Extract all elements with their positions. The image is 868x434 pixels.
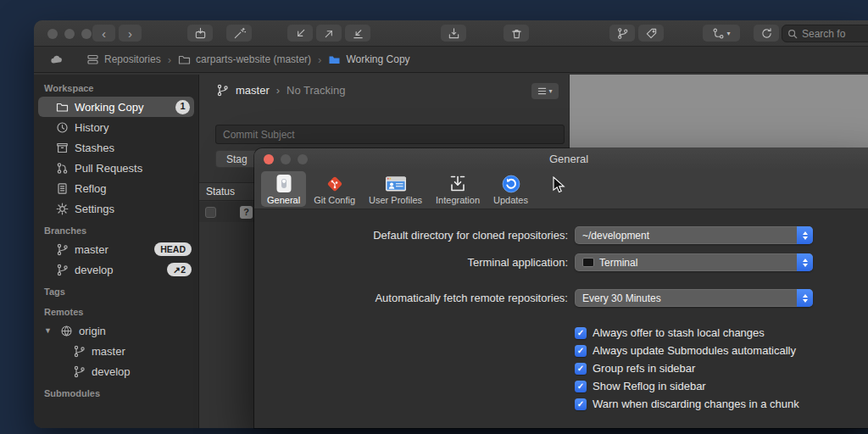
tab-label: General	[267, 195, 300, 205]
tab-label: Git Config	[314, 195, 355, 205]
sidebar-item-history[interactable]: History	[34, 117, 198, 137]
dialog-titlebar: General	[254, 148, 868, 170]
tab-label: User Profiles	[369, 195, 422, 205]
sidebar-item-settings[interactable]: Settings	[34, 198, 198, 219]
checkbox-checked-icon[interactable]: ✓	[575, 398, 587, 410]
tab-git-config[interactable]: Git Config	[308, 171, 361, 207]
git-logo-icon	[325, 174, 345, 194]
branch-icon	[73, 345, 86, 358]
sidebar-item-pull-requests[interactable]: Pull Requests	[34, 158, 198, 178]
commit-button[interactable]	[187, 25, 213, 42]
breadcrumb: Repositories › carparts-website (master)…	[34, 47, 868, 73]
fetch-interval-dropdown[interactable]: Every 30 Minutes	[575, 289, 813, 307]
sidebar-item-label: develop	[75, 264, 114, 276]
forward-button[interactable]: ›	[119, 25, 142, 42]
sidebar-item-remote-origin[interactable]: ▼ origin	[34, 320, 198, 341]
tag-button[interactable]	[638, 25, 664, 42]
breadcrumb-separator: ›	[168, 53, 171, 66]
breadcrumb-repository[interactable]: carparts-website (master)	[178, 53, 311, 66]
branch-icon	[56, 243, 69, 256]
search-input[interactable]	[802, 28, 868, 40]
tab-updates[interactable]: Updates	[487, 171, 534, 207]
checkbox-checked-icon[interactable]: ✓	[575, 363, 587, 375]
stash-button[interactable]	[441, 25, 466, 42]
sidebar-section-submodules: Submodules	[34, 381, 198, 402]
sidebar-item-branch-master[interactable]: master HEAD	[34, 239, 198, 259]
field-label: Automatically fetch remote repositories:	[254, 292, 568, 304]
sidebar-item-working-copy[interactable]: Working Copy 1	[38, 97, 194, 117]
chevron-down-icon: ▾	[726, 30, 730, 37]
tab-integration[interactable]: Integration	[430, 171, 486, 207]
ahead-badge: ↗2	[167, 263, 192, 276]
zoom-button[interactable]	[81, 29, 92, 39]
sidebar-item-label: master	[75, 243, 108, 256]
terminal-app-dropdown[interactable]: Terminal	[575, 253, 813, 271]
clone-directory-dropdown[interactable]: ~/development	[575, 226, 813, 244]
checkbox-checked-icon[interactable]: ✓	[575, 327, 587, 339]
sidebar-item-label: develop	[92, 365, 131, 378]
close-button[interactable]	[47, 29, 58, 39]
tab-general[interactable]: General	[261, 171, 306, 207]
cloud-icon[interactable]	[50, 53, 63, 66]
sidebar-item-label: Pull Requests	[75, 162, 142, 175]
current-branch-row: master › No Tracking	[199, 75, 569, 97]
status-header-label: Status	[206, 186, 235, 198]
sidebar-item-stashes[interactable]: Stashes	[34, 137, 198, 158]
chevron-down-icon: ▾	[548, 87, 552, 95]
trash-icon	[510, 27, 523, 40]
dropdown-stepper-icon	[797, 226, 813, 244]
minimize-button[interactable]	[64, 29, 75, 39]
sidebar-item-branch-develop[interactable]: develop ↗2	[34, 259, 198, 280]
refresh-icon	[760, 27, 773, 40]
stage-button[interactable]: Stag	[215, 150, 259, 168]
checkbox-row-warn-discard[interactable]: ✓ Warn when discarding changes in a chun…	[575, 395, 868, 413]
stage-button-label: Stag	[226, 153, 248, 165]
checkbox-row-group-refs[interactable]: ✓ Group refs in sidebar	[575, 359, 868, 377]
checkbox-checked-icon[interactable]: ✓	[575, 345, 587, 357]
checkbox-label: Always offer to stash local changes	[593, 326, 765, 339]
sidebar-item-reflog[interactable]: Reflog	[34, 178, 198, 198]
sidebar-item-label: Stashes	[75, 142, 114, 154]
toolbar-search[interactable]	[782, 25, 868, 42]
pull-request-icon	[56, 162, 69, 175]
branch-button[interactable]	[609, 25, 635, 42]
checkbox-label: Warn when discarding changes in a chunk	[593, 398, 799, 410]
branch-icon	[73, 365, 86, 378]
desktop-background: ‹ ›	[0, 0, 868, 434]
breadcrumb-repositories[interactable]: Repositories	[86, 53, 161, 66]
file-checkbox[interactable]	[205, 207, 216, 218]
git-flow-dropdown[interactable]: ▾	[703, 25, 740, 42]
stash-box-icon	[56, 142, 69, 154]
branch-icon	[216, 84, 229, 97]
user-profiles-icon	[385, 174, 407, 194]
checkbox-label: Show Reflog in sidebar	[593, 380, 706, 392]
view-options-button[interactable]: ▾	[531, 83, 559, 99]
untracked-status-icon: ?	[240, 206, 253, 219]
folder-icon	[56, 101, 69, 114]
refresh-button[interactable]	[754, 25, 779, 42]
checkbox-row-update-submodules[interactable]: ✓ Always update Submodules automatically	[575, 342, 868, 359]
disclosure-triangle-icon[interactable]: ▼	[44, 326, 54, 335]
push-button[interactable]	[316, 25, 342, 42]
checkbox-checked-icon[interactable]: ✓	[575, 381, 587, 392]
breadcrumb-working-copy[interactable]: Working Copy	[328, 53, 409, 66]
fetch-button[interactable]	[345, 25, 370, 42]
discard-button[interactable]	[504, 25, 529, 42]
tracking-status: No Tracking	[287, 84, 345, 97]
pull-button[interactable]	[287, 25, 313, 42]
tab-user-profiles[interactable]: User Profiles	[363, 171, 428, 207]
sidebar-item-origin-master[interactable]: master	[34, 341, 198, 361]
commit-subject-input[interactable]	[215, 125, 565, 144]
mouse-cursor-icon	[553, 176, 565, 194]
breadcrumb-label: Repositories	[104, 53, 161, 65]
checkbox-row-stash-local[interactable]: ✓ Always offer to stash local changes	[575, 324, 868, 342]
back-button[interactable]: ‹	[92, 25, 115, 42]
branch-separator: ›	[276, 84, 280, 97]
sidebar-item-origin-develop[interactable]: develop	[34, 361, 198, 381]
merge-tool-button[interactable]	[226, 25, 252, 42]
sidebar: Workspace Working Copy 1 History Stashes…	[34, 75, 199, 428]
dialog-close-button[interactable]	[264, 154, 274, 164]
sidebar-item-label: master	[92, 345, 125, 358]
tray-arrow-icon	[448, 27, 460, 40]
checkbox-row-show-reflog[interactable]: ✓ Show Reflog in sidebar	[575, 377, 868, 395]
